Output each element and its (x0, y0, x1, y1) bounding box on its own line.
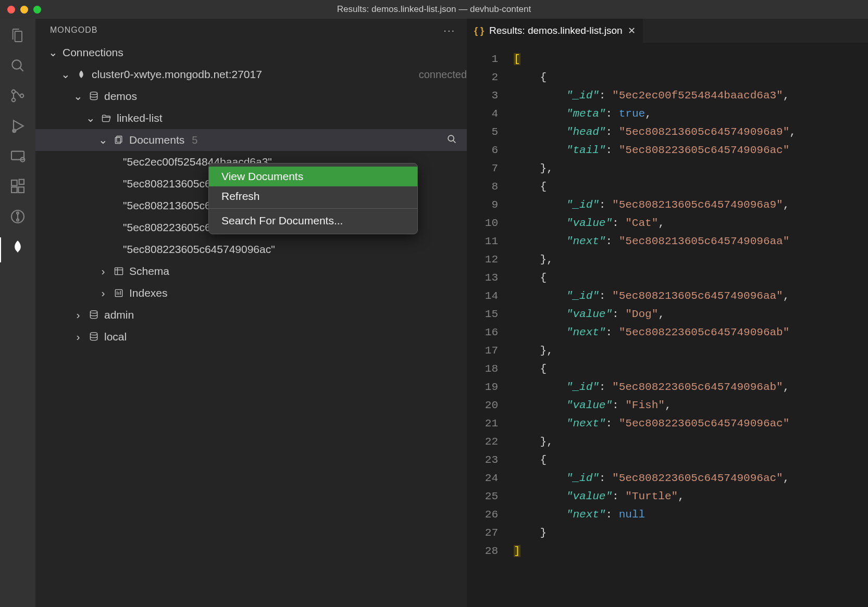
coll-linkedlist-label: linked-list (117, 112, 467, 124)
svg-rect-10 (11, 187, 17, 193)
svg-point-14 (17, 212, 19, 214)
svg-point-28 (90, 311, 97, 313)
tree-doc[interactable]: "5ec808223605c645749096ac" (35, 238, 467, 260)
documents-label: Documents (129, 134, 184, 146)
db-demos-label: demos (104, 90, 467, 103)
source-control-icon[interactable] (8, 86, 27, 105)
svg-point-16 (90, 92, 97, 95)
tree-collection-linkedlist[interactable]: ⌄ linked-list (35, 107, 467, 129)
editor-group: { } Results: demos.linked-list.json ✕ 12… (467, 19, 868, 607)
svg-point-0 (12, 60, 21, 69)
tree-db-demos[interactable]: ⌄ demos (35, 85, 467, 107)
minimize-window-button[interactable] (20, 6, 28, 14)
chevron-down-icon: ⌄ (73, 90, 83, 103)
remote-icon[interactable] (8, 147, 27, 166)
tree-db-local[interactable]: › local (35, 326, 467, 348)
chevron-down-icon: ⌄ (60, 68, 71, 81)
mongodb-icon[interactable] (8, 237, 27, 256)
json-file-icon: { } (474, 26, 484, 36)
menu-separator (209, 208, 417, 209)
database-icon (88, 332, 100, 342)
chevron-right-icon: › (73, 309, 83, 321)
run-debug-icon[interactable] (8, 117, 27, 135)
line-numbers: 1234567891011121314151617181920212223242… (467, 50, 514, 607)
window-title: Results: demos.linked-list.json — devhub… (337, 4, 531, 15)
sidebar-header: MONGODB ··· (35, 19, 467, 42)
svg-rect-7 (11, 151, 24, 160)
sidebar: MONGODB ··· ⌄ Connections ⌄ cluster0-xwt… (35, 19, 467, 607)
menu-view-documents[interactable]: View Documents (209, 167, 417, 186)
schema-icon (113, 266, 125, 276)
connection-status: connected (419, 69, 467, 81)
editor[interactable]: 1234567891011121314151617181920212223242… (467, 43, 868, 607)
explorer-icon[interactable] (8, 26, 27, 45)
connections-label: Connections (63, 46, 467, 59)
svg-rect-17 (117, 136, 122, 143)
menu-search-documents[interactable]: Search For Documents... (209, 211, 417, 231)
svg-line-20 (453, 140, 456, 143)
tree-schema[interactable]: › Schema (35, 260, 467, 282)
svg-line-1 (20, 68, 23, 71)
schema-label: Schema (129, 265, 467, 277)
chevron-right-icon: › (98, 287, 108, 299)
search-icon[interactable] (8, 56, 27, 75)
documents-count: 5 (192, 134, 197, 146)
tab-results[interactable]: { } Results: demos.linked-list.json ✕ (467, 19, 643, 43)
svg-rect-9 (11, 180, 17, 186)
tree-connection[interactable]: ⌄ cluster0-xwtye.mongodb.net:27017 conne… (35, 64, 467, 85)
maximize-window-button[interactable] (33, 6, 41, 14)
doc-id: "5ec808223605c645749096ac" (123, 243, 467, 256)
tree-connections[interactable]: ⌄ Connections (35, 42, 467, 64)
tree: ⌄ Connections ⌄ cluster0-xwtye.mongodb.n… (35, 42, 467, 607)
extensions-icon[interactable] (8, 177, 27, 196)
svg-rect-12 (19, 180, 24, 184)
context-menu: View Documents Refresh Search For Docume… (208, 163, 418, 234)
sidebar-more-icon[interactable]: ··· (443, 24, 455, 36)
folder-open-icon (100, 113, 113, 123)
window-controls (7, 6, 41, 14)
indexes-icon (113, 288, 125, 298)
db-local-label: local (104, 331, 467, 343)
svg-point-3 (12, 98, 16, 102)
titlebar: Results: demos.linked-list.json — devhub… (0, 0, 868, 19)
svg-rect-18 (115, 137, 120, 144)
indexes-label: Indexes (129, 287, 467, 299)
close-tab-icon[interactable]: ✕ (628, 25, 636, 36)
database-icon (88, 310, 100, 320)
svg-point-19 (448, 135, 454, 141)
svg-rect-21 (115, 268, 123, 274)
tree-db-admin[interactable]: › admin (35, 304, 467, 326)
editor-tabs: { } Results: demos.linked-list.json ✕ (467, 19, 868, 43)
editor-content[interactable]: [ { "_id": "5ec2ec00f5254844baacd6a3", "… (514, 50, 868, 607)
search-documents-icon[interactable] (446, 133, 457, 147)
tab-label: Results: demos.linked-list.json (489, 25, 623, 36)
connection-host: cluster0-xwtye.mongodb.net:27017 (92, 68, 410, 81)
chevron-down-icon: ⌄ (98, 134, 108, 146)
svg-point-29 (90, 333, 97, 335)
chevron-down-icon: ⌄ (85, 112, 96, 124)
sidebar-title: MONGODB (50, 26, 97, 35)
svg-rect-11 (18, 187, 24, 193)
git-graph-icon[interactable] (8, 207, 27, 226)
db-admin-label: admin (104, 309, 467, 321)
chevron-down-icon: ⌄ (48, 46, 58, 59)
documents-icon (113, 135, 125, 145)
chevron-right-icon: › (73, 331, 83, 343)
mongodb-leaf-icon (75, 70, 88, 79)
svg-point-2 (12, 90, 16, 94)
chevron-right-icon: › (98, 265, 108, 277)
database-icon (88, 91, 100, 102)
svg-point-4 (20, 94, 24, 98)
tree-documents[interactable]: ⌄ Documents 5 (35, 129, 467, 151)
close-window-button[interactable] (7, 6, 15, 14)
tree-indexes[interactable]: › Indexes (35, 282, 467, 304)
activity-bar (0, 19, 35, 607)
menu-refresh[interactable]: Refresh (209, 186, 417, 206)
svg-point-15 (17, 219, 19, 221)
